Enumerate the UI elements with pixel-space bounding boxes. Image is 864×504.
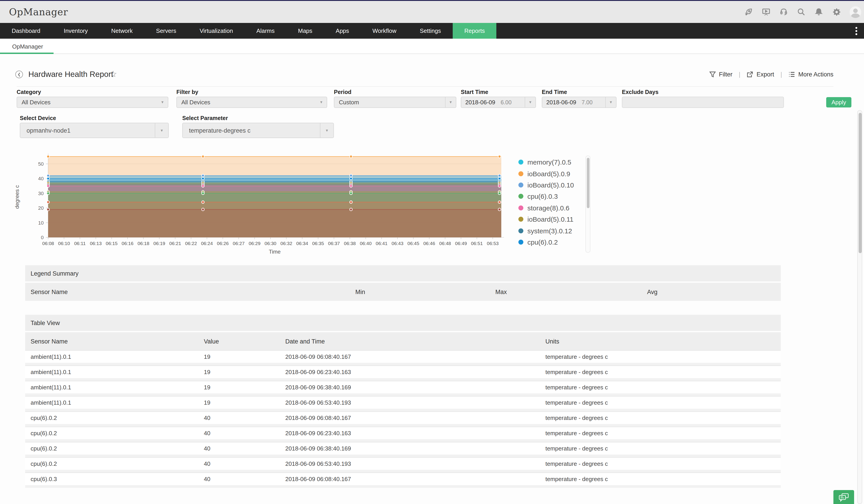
nav-overflow-kebab-icon[interactable] bbox=[854, 26, 859, 36]
nav-item-network[interactable]: Network bbox=[99, 23, 144, 39]
chevron-down-icon: ▼ bbox=[605, 97, 616, 108]
report-actions: Filter | Export | More Actions bbox=[709, 71, 833, 78]
opmanager-logo: OpManager bbox=[9, 7, 68, 17]
table-cell: 2018-06-09 06:38:40.169 bbox=[280, 384, 540, 391]
legend-item[interactable]: cpu(6).0.2 bbox=[518, 236, 574, 248]
table-view-columns: Sensor Name Value Date and Time Units bbox=[25, 332, 781, 350]
legend-label: cpu(6).0.2 bbox=[527, 238, 558, 246]
svg-text:06:45: 06:45 bbox=[407, 241, 419, 246]
table-row[interactable]: ambient(11).0.1192018-06-09 06:38:40.169… bbox=[25, 381, 781, 396]
nav-item-virtualization[interactable]: Virtualization bbox=[188, 23, 244, 39]
table-cell: temperature - degrees c bbox=[540, 369, 781, 376]
export-button[interactable]: Export bbox=[747, 71, 774, 77]
page-scrollbar-thumb[interactable] bbox=[859, 113, 862, 253]
svg-text:06:49: 06:49 bbox=[455, 241, 467, 246]
table-cell: ambient(11).0.1 bbox=[25, 369, 199, 376]
nav-item-apps[interactable]: Apps bbox=[324, 23, 361, 39]
legend-label: memory(7).0.5 bbox=[527, 158, 571, 166]
table-cell: 40 bbox=[199, 460, 280, 467]
nav-item-settings[interactable]: Settings bbox=[408, 23, 453, 39]
area-chart-canvas[interactable]: 0102030405006:0806:1006:1106:1306:1506:1… bbox=[0, 148, 603, 262]
svg-text:06:27: 06:27 bbox=[233, 241, 245, 246]
svg-text:degrees c: degrees c bbox=[14, 185, 20, 209]
legend-swatch bbox=[518, 171, 523, 176]
tab-bar: OpManager bbox=[0, 39, 864, 54]
table-cell: cpu(6).0.2 bbox=[25, 460, 199, 467]
table-cell: cpu(6).0.3 bbox=[25, 476, 199, 482]
list-icon bbox=[789, 71, 795, 77]
svg-text:06:35: 06:35 bbox=[312, 241, 324, 246]
nav-item-workflow[interactable]: Workflow bbox=[361, 23, 408, 39]
chevron-down-icon: ▼ bbox=[525, 97, 536, 108]
nav-item-alarms[interactable]: Alarms bbox=[245, 23, 286, 39]
column-min: Min bbox=[290, 288, 431, 295]
filter-by-dropdown[interactable]: All Devices ▼ bbox=[176, 97, 327, 108]
more-actions-button[interactable]: More Actions bbox=[789, 71, 833, 77]
back-button[interactable] bbox=[15, 71, 23, 78]
table-cell: 40 bbox=[199, 476, 280, 482]
table-row[interactable]: cpu(6).0.2402018-06-09 06:38:40.169tempe… bbox=[25, 442, 781, 457]
nav-item-dashboard[interactable]: Dashboard bbox=[0, 23, 52, 39]
table-row[interactable]: cpu(6).0.2402018-06-09 06:23:40.163tempe… bbox=[25, 427, 781, 442]
rocket-icon[interactable] bbox=[744, 8, 753, 16]
settings-gear-icon[interactable] bbox=[832, 8, 841, 16]
exclude-days-input[interactable] bbox=[622, 97, 784, 108]
training-video-icon[interactable] bbox=[762, 8, 770, 16]
svg-text:10: 10 bbox=[38, 220, 44, 226]
table-row[interactable]: ambient(11).0.1192018-06-09 06:53:40.193… bbox=[25, 396, 781, 411]
notifications-bell-icon[interactable] bbox=[815, 8, 823, 16]
search-icon[interactable] bbox=[797, 8, 805, 16]
legend-swatch bbox=[518, 217, 523, 222]
table-row[interactable]: ambient(11).0.1192018-06-09 06:23:40.163… bbox=[25, 366, 781, 381]
user-avatar[interactable] bbox=[850, 6, 861, 18]
legend-swatch bbox=[518, 183, 523, 187]
funnel-icon bbox=[709, 71, 716, 77]
select-parameter-dropdown[interactable]: temperature-degrees c ▼ bbox=[182, 123, 334, 138]
period-dropdown[interactable]: Custom ▼ bbox=[334, 97, 456, 108]
legend-item[interactable]: ioBoard(5).0.10 bbox=[518, 180, 574, 191]
svg-text:06:46: 06:46 bbox=[423, 241, 435, 246]
table-row[interactable]: cpu(6).0.2402018-06-09 06:08:40.167tempe… bbox=[25, 411, 781, 427]
table-view-header: Table View bbox=[25, 315, 781, 331]
nav-item-reports[interactable]: Reports bbox=[453, 23, 496, 39]
table-row[interactable]: cpu(6).0.2402018-06-09 06:53:40.193tempe… bbox=[25, 457, 781, 472]
legend-item[interactable]: ioBoard(5).0.11 bbox=[518, 213, 574, 225]
support-headset-icon[interactable] bbox=[779, 8, 788, 16]
nav-item-inventory[interactable]: Inventory bbox=[52, 23, 99, 39]
legend-item[interactable]: storage(8).0.6 bbox=[518, 202, 574, 213]
table-row[interactable]: cpu(6).0.3402018-06-09 06:08:40.167tempe… bbox=[25, 472, 781, 488]
table-cell: ambient(11).0.1 bbox=[25, 384, 199, 391]
svg-text:06:10: 06:10 bbox=[58, 241, 70, 246]
svg-text:20: 20 bbox=[38, 205, 44, 211]
apply-button[interactable]: Apply bbox=[826, 97, 851, 108]
select-parameter-label: Select Parameter bbox=[182, 115, 228, 121]
column-avg: Avg bbox=[572, 288, 733, 295]
topbar-icon-group bbox=[744, 1, 861, 23]
legend-item[interactable]: cpu(6).0.3 bbox=[518, 190, 574, 202]
table-row[interactable]: ambient(11).0.1192018-06-09 06:08:40.167… bbox=[25, 350, 781, 366]
nav-item-maps[interactable]: Maps bbox=[286, 23, 324, 39]
legend-scrollbar[interactable] bbox=[586, 156, 590, 253]
chevron-down-icon: ▼ bbox=[445, 97, 456, 108]
column-sensor-name: Sensor Name bbox=[25, 338, 199, 345]
chat-support-button[interactable] bbox=[833, 490, 854, 504]
period-value: Custom bbox=[334, 99, 445, 106]
end-time-picker[interactable]: 2018-06-09 7.00 ▼ bbox=[542, 97, 616, 108]
legend-item[interactable]: ioBoard(5).0.9 bbox=[518, 168, 574, 180]
legend-scrollbar-thumb[interactable] bbox=[587, 158, 589, 208]
filter-button[interactable]: Filter bbox=[709, 71, 732, 77]
legend-item[interactable]: memory(7).0.5 bbox=[518, 157, 574, 168]
nav-item-servers[interactable]: Servers bbox=[144, 23, 188, 39]
select-device-dropdown[interactable]: opmanhv-node1 ▼ bbox=[20, 123, 169, 138]
period-label: Period bbox=[334, 89, 351, 95]
svg-text:06:26: 06:26 bbox=[217, 241, 229, 246]
category-dropdown[interactable]: All Devices ▼ bbox=[17, 97, 168, 108]
select-device-label: Select Device bbox=[20, 115, 56, 121]
page-scrollbar[interactable] bbox=[857, 110, 862, 504]
column-units: Units bbox=[540, 338, 781, 345]
column-value: Value bbox=[199, 338, 280, 345]
legend-item[interactable]: system(3).0.12 bbox=[518, 225, 574, 236]
favorite-star-icon[interactable]: ☆ bbox=[109, 69, 117, 79]
start-time-picker[interactable]: 2018-06-09 6.00 ▼ bbox=[461, 97, 536, 108]
tab-opmanager[interactable]: OpManager bbox=[0, 39, 53, 54]
